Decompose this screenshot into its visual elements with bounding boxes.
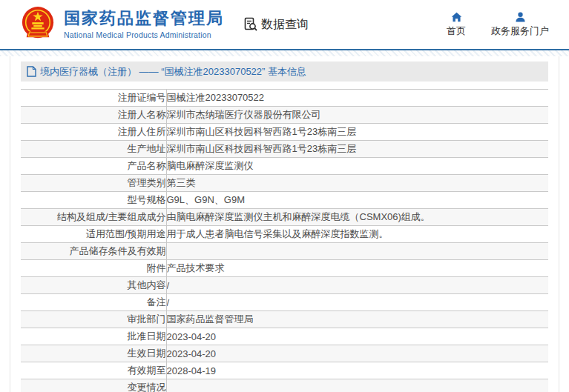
table-row: 变更情况 [21, 379, 548, 392]
field-label: 适用范围/预期用途 [21, 226, 166, 243]
site-subtitle: National Medical Products Administration [64, 30, 224, 39]
table-row: 结构及组成/主要组成成分由脑电麻醉深度监测仪主机和麻醉深度电缆（CSMX06)组… [21, 209, 548, 226]
user-icon [515, 12, 526, 22]
site-header: 国家药品监督管理局 National Medical Products Admi… [0, 0, 569, 50]
table-row: 审批部门国家药品监督管理局 [21, 311, 548, 328]
nav-portal[interactable]: 政务服务门户 [491, 12, 549, 38]
field-value: 由脑电麻醉深度监测仪主机和麻醉深度电缆（CSMX06)组成。 [166, 209, 548, 226]
field-value [166, 243, 548, 260]
home-icon [451, 12, 462, 22]
field-value [166, 379, 548, 392]
field-label: 注册证编号 [21, 90, 166, 107]
breadcrumb: 境内医疗器械（注册） —— “国械注准20233070522” 基本信息 [21, 62, 548, 82]
field-value: 国家药品监督管理局 [166, 311, 548, 328]
breadcrumb-text: 境内医疗器械（注册） —— “国械注准20233070522” 基本信息 [40, 65, 306, 79]
registration-info-table: 注册证编号国械注准20233070522 注册人名称深圳市杰纳瑞医疗仪器股份有限… [21, 89, 548, 392]
nav-data-query[interactable]: 数据查询 [243, 17, 309, 33]
field-label: 附件 [21, 260, 166, 277]
field-label: 注册人住所 [21, 124, 166, 141]
field-value: 深圳市杰纳瑞医疗仪器股份有限公司 [166, 107, 548, 124]
table-row: 批准日期2023-04-20 [21, 328, 548, 345]
table-row: 其他内容/ [21, 277, 548, 294]
table-row: 附件产品技术要求 [21, 260, 548, 277]
header-nav: 首页 政务服务门户 [447, 12, 549, 38]
national-emblem-logo [21, 6, 55, 43]
brand-block: 国家药品监督管理局 National Medical Products Admi… [64, 10, 224, 39]
field-value: 用于成人患者脑电信号采集以及麻醉深度指数监测。 [166, 226, 548, 243]
field-value: 2023-04-20 [166, 328, 548, 345]
field-value: 国械注准20233070522 [166, 90, 548, 107]
field-value: 2023-04-20 [166, 345, 548, 362]
field-value: G9L、G9N、G9M [166, 192, 548, 209]
nav-data-query-label: 数据查询 [261, 17, 309, 33]
field-label: 变更情况 [21, 379, 166, 392]
field-label: 注册人名称 [21, 107, 166, 124]
field-label: 结构及组成/主要组成成分 [21, 209, 166, 226]
field-value: 深圳市南山区科技园科智西路1号23栋南三层 [166, 124, 548, 141]
table-row: 有效期至2028-04-19 [21, 362, 548, 379]
field-value: 2028-04-19 [166, 362, 548, 379]
table-row: 型号规格G9L、G9N、G9M [21, 192, 548, 209]
document-icon [27, 66, 36, 77]
field-value: / [166, 277, 548, 294]
table-row: 生产地址深圳市南山区科技园科智西路1号23栋南三层 [21, 141, 548, 158]
document-search-icon [243, 17, 258, 32]
field-label: 其他内容 [21, 277, 166, 294]
field-value: / [166, 294, 548, 311]
field-label: 型号规格 [21, 192, 166, 209]
field-value: 深圳市南山区科技园科智西路1号23栋南三层 [166, 141, 548, 158]
table-row: 适用范围/预期用途用于成人患者脑电信号采集以及麻醉深度指数监测。 [21, 226, 548, 243]
field-label: 批准日期 [21, 328, 166, 345]
nav-portal-label: 政务服务门户 [491, 24, 549, 38]
field-label: 管理类别 [21, 175, 166, 192]
nav-home[interactable]: 首页 [447, 12, 466, 38]
site-title: 国家药品监督管理局 [64, 10, 224, 27]
table-row: 注册证编号国械注准20233070522 [21, 90, 548, 107]
field-label: 审批部门 [21, 311, 166, 328]
table-row: 产品储存条件及有效期 [21, 243, 548, 260]
field-value: 第三类 [166, 175, 548, 192]
table-row: 管理类别第三类 [21, 175, 548, 192]
content-panel: 境内医疗器械（注册） —— “国械注准20233070522” 基本信息 注册证… [10, 56, 559, 392]
field-label: 产品名称 [21, 158, 166, 175]
table-row: 产品名称脑电麻醉深度监测仪 [21, 158, 548, 175]
field-value: 产品技术要求 [166, 260, 548, 277]
table-row: 注册人住所深圳市南山区科技园科智西路1号23栋南三层 [21, 124, 548, 141]
field-label: 生效日期 [21, 345, 166, 362]
table-row: 生效日期2023-04-20 [21, 345, 548, 362]
table-row: 注册人名称深圳市杰纳瑞医疗仪器股份有限公司 [21, 107, 548, 124]
decorative-striped-band [0, 50, 569, 56]
field-label: 产品储存条件及有效期 [21, 243, 166, 260]
field-label: 生产地址 [21, 141, 166, 158]
field-label: 备注 [21, 294, 166, 311]
field-label: 有效期至 [21, 362, 166, 379]
nav-home-label: 首页 [447, 24, 466, 38]
table-row: 备注/ [21, 294, 548, 311]
field-value: 脑电麻醉深度监测仪 [166, 158, 548, 175]
